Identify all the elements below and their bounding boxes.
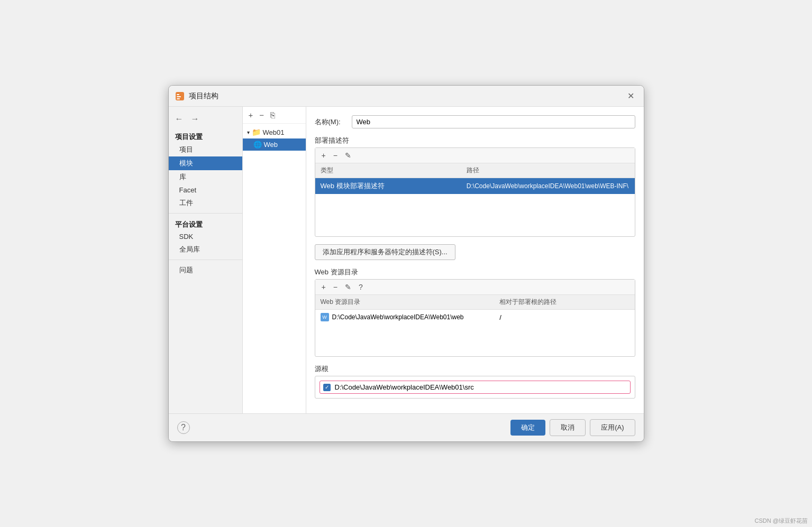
name-label: 名称(M): xyxy=(315,117,346,127)
project-structure-dialog: 项目结构 ✕ ← → 项目设置 项目 模块 库 Facet 工件 平台设置 SD… xyxy=(168,85,644,442)
module-icon: 🌐 xyxy=(253,141,262,149)
svg-rect-2 xyxy=(177,96,181,97)
tree-copy-button[interactable]: ⎘ xyxy=(269,110,277,120)
add-descriptor-row: 添加应用程序和服务器特定的描述符(S)... xyxy=(315,244,635,260)
help-button[interactable]: ? xyxy=(177,421,190,434)
project-settings-header: 项目设置 xyxy=(169,129,242,143)
sidebar-item-project[interactable]: 项目 xyxy=(169,143,242,156)
tree-parent-web01[interactable]: ▾ 📁 Web01 xyxy=(243,126,306,138)
tree-toolbar: + − ⎘ xyxy=(243,107,306,124)
nav-toolbar: ← → xyxy=(169,111,242,129)
col-relpath-header: 相对于部署根的路径 xyxy=(494,295,634,309)
dialog-footer: ? 确定 取消 应用(A) xyxy=(169,413,644,441)
resource-add-btn[interactable]: + xyxy=(320,282,328,292)
tree-parent-label: Web01 xyxy=(263,128,285,136)
back-button[interactable]: ← xyxy=(173,113,186,125)
sidebar-divider2 xyxy=(169,260,242,260)
deployment-add-btn[interactable]: + xyxy=(320,151,328,160)
resource-relpath-cell: / xyxy=(494,310,634,325)
resource-empty-space xyxy=(315,325,635,356)
sidebar-item-artifact[interactable]: 工件 xyxy=(169,196,242,210)
deployment-remove-btn[interactable]: − xyxy=(331,151,340,160)
deployment-descriptor-section: 部署描述符 + − ✎ 类型 路径 Web 模块部署描述符 D:\Code\Ja… xyxy=(315,136,635,237)
deployment-descriptor-panel: + − ✎ 类型 路径 Web 模块部署描述符 D:\Code\JavaWeb\… xyxy=(315,147,635,237)
resource-dir-cell: W D:\Code\JavaWeb\workplaceIDEA\Web01\we… xyxy=(315,310,495,325)
deployment-edit-btn[interactable]: ✎ xyxy=(343,151,353,160)
deployment-table-row[interactable]: Web 模块部署描述符 D:\Code\JavaWeb\workplaceIDE… xyxy=(315,178,635,194)
col-webdir-header: Web 资源目录 xyxy=(315,295,495,309)
title-bar: 项目结构 ✕ xyxy=(169,86,644,107)
col-path-header: 路径 xyxy=(461,163,635,178)
deployment-toolbar: + − ✎ xyxy=(315,148,635,163)
source-root-item[interactable]: ✓ D:\Code\JavaWeb\workplaceIDEA\Web01\sr… xyxy=(320,381,631,394)
sidebar-item-global-libs[interactable]: 全局库 xyxy=(169,243,242,256)
name-field-row: 名称(M): xyxy=(315,115,635,128)
web-resource-panel: + − ✎ ? Web 资源目录 相对于部署根的路径 W D:\Code\Jav… xyxy=(315,279,635,357)
sidebar-item-issues[interactable]: 问题 xyxy=(169,263,242,277)
title-bar-left: 项目结构 xyxy=(175,91,218,101)
deployment-empty-space xyxy=(315,194,635,236)
ok-button[interactable]: 确定 xyxy=(510,420,545,436)
deployment-table-header: 类型 路径 xyxy=(315,163,635,178)
sidebar-divider xyxy=(169,213,242,214)
module-tree-panel: + − ⎘ ▾ 📁 Web01 🌐 Web xyxy=(243,107,306,413)
apply-button[interactable]: 应用(A) xyxy=(590,419,635,436)
tree-add-button[interactable]: + xyxy=(247,110,255,120)
source-root-section: 源根 ✓ D:\Code\JavaWeb\workplaceIDEA\Web01… xyxy=(315,364,635,399)
svg-rect-1 xyxy=(177,94,179,95)
folder-icon: 📁 xyxy=(252,128,261,136)
resource-help-btn[interactable]: ? xyxy=(357,282,365,292)
add-descriptor-button[interactable]: 添加应用程序和服务器特定的描述符(S)... xyxy=(315,244,455,260)
source-root-path: D:\Code\JavaWeb\workplaceIDEA\Web01\src xyxy=(335,383,474,391)
name-input[interactable] xyxy=(352,115,635,128)
web-resource-title: Web 资源目录 xyxy=(315,267,635,277)
resource-remove-btn[interactable]: − xyxy=(331,282,340,292)
sidebar-item-facet[interactable]: Facet xyxy=(169,184,242,196)
source-root-panel: ✓ D:\Code\JavaWeb\workplaceIDEA\Web01\sr… xyxy=(315,376,635,399)
deployment-type-cell: Web 模块部署描述符 xyxy=(315,178,461,194)
sidebar: ← → 项目设置 项目 模块 库 Facet 工件 平台设置 SDK 全局库 问… xyxy=(169,107,243,413)
platform-settings-header: 平台设置 xyxy=(169,217,242,230)
resource-dir-path: D:\Code\JavaWeb\workplaceIDEA\Web01\web xyxy=(332,313,464,321)
chevron-down-icon: ▾ xyxy=(247,130,250,135)
tree-child-label: Web xyxy=(264,141,278,149)
sidebar-item-libs[interactable]: 库 xyxy=(169,170,242,184)
watermark: CSDN @绿豆虾花苗 xyxy=(755,517,808,525)
tree-remove-button[interactable]: − xyxy=(258,110,266,120)
deployment-path-cell: D:\Code\JavaWeb\workplaceIDEA\Web01\web\… xyxy=(461,179,635,193)
forward-button[interactable]: → xyxy=(189,113,202,125)
resource-table-row[interactable]: W D:\Code\JavaWeb\workplaceIDEA\Web01\we… xyxy=(315,310,635,325)
sidebar-item-modules[interactable]: 模块 xyxy=(169,156,242,170)
dialog-body: ← → 项目设置 项目 模块 库 Facet 工件 平台设置 SDK 全局库 问… xyxy=(169,107,644,413)
svg-rect-3 xyxy=(177,98,180,99)
resource-toolbar: + − ✎ ? xyxy=(315,280,635,295)
col-type-header: 类型 xyxy=(315,163,461,178)
resource-table-header: Web 资源目录 相对于部署根的路径 xyxy=(315,295,635,310)
main-content: 名称(M): 部署描述符 + − ✎ 类型 路径 xyxy=(306,107,644,413)
tree-child-web[interactable]: 🌐 Web xyxy=(243,138,306,151)
dialog-title: 项目结构 xyxy=(189,91,218,101)
cancel-button[interactable]: 取消 xyxy=(550,419,586,436)
app-icon xyxy=(175,91,185,101)
deployment-descriptor-title: 部署描述符 xyxy=(315,136,635,145)
resource-edit-btn[interactable]: ✎ xyxy=(343,282,353,292)
close-button[interactable]: ✕ xyxy=(624,90,637,102)
sidebar-item-sdk[interactable]: SDK xyxy=(169,230,242,243)
tree-items: ▾ 📁 Web01 🌐 Web xyxy=(243,124,306,413)
source-root-checkbox[interactable]: ✓ xyxy=(323,384,331,391)
web-resource-section: Web 资源目录 + − ✎ ? Web 资源目录 相对于部署根的路径 W xyxy=(315,267,635,357)
source-root-title: 源根 xyxy=(315,364,635,374)
resource-dir-icon: W xyxy=(321,313,329,321)
